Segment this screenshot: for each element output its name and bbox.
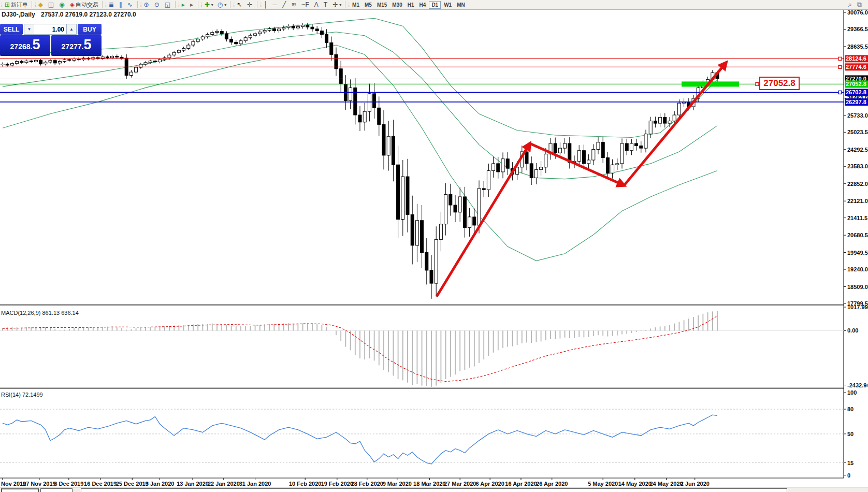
fibonacci-tool[interactable]: ┄F	[300, 1, 312, 9]
text-tool[interactable]: A	[313, 1, 321, 9]
line-handle[interactable]	[838, 65, 842, 68]
chart-tab-2[interactable]	[40, 488, 73, 492]
shapes-tool[interactable]: ✢▾	[331, 1, 343, 9]
buy-price-display[interactable]: 27277.5	[51, 35, 102, 56]
search-icon: ⌕	[848, 1, 851, 9]
timeframe-h4[interactable]: H4	[417, 1, 428, 9]
periods-icon: ◷	[218, 1, 223, 9]
auto-scroll-icon[interactable]: ▸	[180, 1, 187, 9]
new-order-icon: ⊞	[5, 1, 10, 9]
auto-scroll-icon-icon: ▸	[182, 1, 185, 9]
svg-text:2 Jun 2020: 2 Jun 2020	[681, 481, 710, 487]
volume-input[interactable]	[34, 24, 66, 35]
svg-text:80: 80	[847, 406, 853, 412]
sell-price-main: 27268.	[10, 38, 33, 51]
channel-tool[interactable]: ≋	[290, 1, 299, 9]
navigator-icon[interactable]: ◆	[37, 1, 46, 9]
volume-decrease-button[interactable]: ▼	[24, 24, 34, 35]
text-icon: A	[314, 1, 319, 9]
chat-icon[interactable]: ⧉	[856, 1, 864, 9]
svg-text:27774.6: 27774.6	[846, 64, 866, 70]
text-label-tool[interactable]: T	[322, 1, 330, 9]
chart-shift-icon[interactable]: ▸	[189, 1, 196, 9]
trendline-tool[interactable]: ╱	[281, 1, 288, 9]
add-indicator-button[interactable]: ✚▾	[203, 1, 215, 9]
svg-text:16 Dec 2019: 16 Dec 2019	[84, 481, 117, 487]
svg-text:3 Jan 2020: 3 Jan 2020	[146, 481, 175, 487]
svg-text:18 Mar 2020: 18 Mar 2020	[413, 481, 445, 487]
sell-button[interactable]: SELL	[0, 24, 23, 35]
horizontal-line-icon: ─	[272, 1, 277, 9]
chart-tab-3[interactable]	[81, 488, 787, 492]
svg-text:26702.8: 26702.8	[846, 89, 866, 95]
text-label-icon: T	[324, 1, 327, 9]
svg-text:28635.5: 28635.5	[847, 44, 868, 50]
chevron-down-icon: ▾	[211, 3, 213, 7]
line-handle[interactable]	[838, 91, 842, 94]
svg-text:28124.6: 28124.6	[846, 55, 866, 62]
candlestick-chart-icon[interactable]: ∥	[118, 1, 125, 9]
svg-text:100: 100	[847, 389, 857, 396]
line-chart-icon-icon: ∿	[127, 1, 133, 9]
signal-icon[interactable]: ◉	[57, 1, 67, 9]
timeframe-w1[interactable]: W1	[442, 1, 454, 9]
symbol-period-label: DJ30-,Daily	[2, 11, 35, 18]
svg-text:29366.5: 29366.5	[847, 26, 868, 32]
svg-text:15: 15	[847, 460, 853, 466]
cursor-tool[interactable]: ↖	[235, 1, 244, 9]
timeframe-m15[interactable]: M15	[375, 1, 389, 9]
svg-text:30076.0: 30076.0	[847, 9, 868, 16]
timeframe-m30[interactable]: M30	[390, 1, 404, 9]
svg-text:18509.0: 18509.0	[847, 284, 868, 290]
horizontal-line-tool[interactable]: ─	[271, 1, 280, 9]
svg-text:19240.0: 19240.0	[847, 266, 868, 272]
svg-text:26 Apr 2020: 26 Apr 2020	[536, 481, 568, 487]
chart-canvas[interactable]: 30076.029366.528635.526464.025733.025023…	[0, 0, 868, 492]
svg-text:5 May 2020: 5 May 2020	[588, 481, 618, 487]
channel-icon: ≋	[291, 1, 296, 9]
svg-text:25733.0: 25733.0	[847, 112, 868, 119]
chart-tab-active[interactable]	[1, 488, 39, 492]
market-watch-icon[interactable]: ◫	[47, 1, 56, 9]
bar-chart-icon[interactable]: ≣	[107, 1, 117, 9]
zoom-in-icon[interactable]: ⊕	[142, 1, 152, 9]
fibonacci-icon: ┄F	[301, 1, 309, 9]
signal-icon-icon: ◉	[59, 1, 64, 9]
timeframe-d1[interactable]: D1	[429, 1, 441, 9]
svg-text:0.00: 0.00	[847, 327, 858, 334]
crosshair-tool[interactable]: ✛	[245, 1, 255, 9]
search-icon[interactable]: ⌕	[846, 1, 854, 9]
autotrade-button[interactable]: ◈自动交易	[68, 1, 100, 9]
svg-text:25 Dec 2019: 25 Dec 2019	[116, 481, 149, 487]
line-handle[interactable]	[838, 57, 842, 60]
line-handle[interactable]	[756, 82, 759, 85]
buy-button[interactable]: BUY	[78, 24, 102, 35]
svg-text:19949.5: 19949.5	[847, 250, 868, 256]
timeframe-mn[interactable]: MN	[455, 1, 467, 9]
sell-price-display[interactable]: 27268.5	[0, 35, 50, 56]
svg-text:14 May 2020: 14 May 2020	[618, 481, 652, 487]
svg-text:19 Feb 2020: 19 Feb 2020	[321, 481, 353, 487]
chevron-down-icon: ▾	[339, 3, 341, 7]
tile-windows-icon[interactable]: ◱	[163, 1, 173, 9]
date-axis[interactable]: Nov 201927 Nov 20196 Dec 201916 Dec 2019…	[1, 478, 710, 487]
svg-text:22121.0: 22121.0	[847, 198, 868, 204]
macd-label: MACD(12,26,9) 861.13 636.14	[1, 310, 79, 316]
price-callout[interactable]: 27052.8	[759, 77, 800, 90]
new-order-button[interactable]: ⊞新订单	[3, 1, 30, 9]
tile-windows-icon-icon: ◱	[165, 1, 170, 9]
timeframe-m5[interactable]: M5	[363, 1, 374, 9]
rsi-label: RSI(14) 72.1499	[1, 392, 43, 398]
volume-increase-button[interactable]: ▲	[66, 24, 77, 35]
timeframe-m1[interactable]: M1	[350, 1, 361, 9]
zoom-out-icon[interactable]: ⊖	[153, 1, 162, 9]
svg-text:20680.5: 20680.5	[847, 232, 868, 238]
vertical-line-tool[interactable]: │	[262, 1, 270, 9]
svg-text:31 Jan 2020: 31 Jan 2020	[239, 481, 271, 487]
periods-button[interactable]: ◷▾	[216, 1, 228, 9]
one-click-trade-panel: SELL ▼ ▲ BUY 27268.5 27277.5	[0, 24, 103, 56]
buy-price-main: 27277.	[62, 38, 84, 51]
timeframe-h1[interactable]: H1	[406, 1, 416, 9]
shapes-icon: ✢	[332, 1, 338, 9]
line-chart-icon[interactable]: ∿	[126, 1, 135, 9]
